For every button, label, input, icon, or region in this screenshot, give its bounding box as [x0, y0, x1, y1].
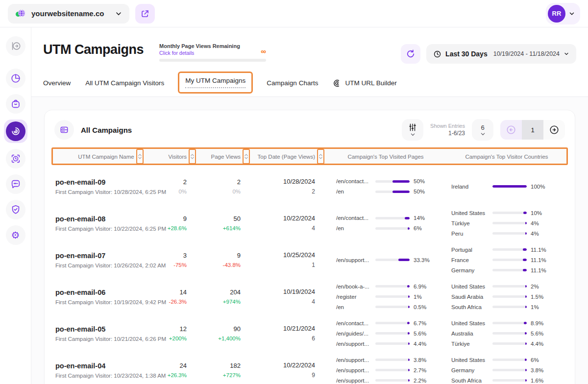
tab-overview[interactable]: Overview: [43, 73, 71, 95]
table-row[interactable]: po-en-email-05 First Campaign Visitor: 1…: [51, 315, 568, 352]
progress-bar: [375, 217, 410, 219]
stat-bar-row: Germany 3.8%: [451, 367, 568, 373]
page-views-value: 182: [195, 362, 241, 369]
column-header-visitors[interactable]: Visitors: [169, 149, 196, 164]
stat-percentage: 100%: [531, 184, 552, 190]
top-pages-cell: /en/support... 33.3%: [323, 257, 445, 263]
stat-label: South Africa: [451, 304, 489, 310]
progress-bar: [492, 306, 527, 308]
progress-bar-fill: [407, 322, 410, 324]
table-row[interactable]: po-en-email-09 First Campaign Visitor: 1…: [51, 168, 568, 205]
progress-bar-fill: [408, 295, 410, 298]
stat-label: /en/contact...: [336, 178, 371, 184]
sidebar-item-dashboard[interactable]: [6, 69, 25, 88]
quota-label: Monthly Page Views Remaining: [159, 43, 261, 49]
page-views-cell: 204 +974%: [195, 288, 248, 305]
stat-percentage: 14%: [414, 215, 435, 221]
page-views-change: +974%: [195, 299, 241, 305]
stat-percentage: 0.5%: [414, 304, 435, 310]
stat-label: /en/support...: [336, 357, 371, 363]
page-views-cell: 50 +614%: [195, 215, 248, 231]
avatar: RR: [548, 5, 565, 23]
progress-bar-fill: [408, 379, 410, 382]
table-row[interactable]: po-en-email-07 First Campaign Visitor: 1…: [51, 241, 568, 278]
stat-percentage: 3.8%: [414, 357, 435, 363]
page-views-cell: 182 +727%: [195, 362, 248, 378]
site-selector[interactable]: yourwebsitename.co: [8, 4, 129, 24]
sidebar-item-chat[interactable]: [6, 174, 25, 194]
sidebar-item-security[interactable]: [6, 200, 25, 219]
user-menu[interactable]: RR: [546, 3, 580, 24]
stat-label: United States: [451, 284, 489, 289]
page-views-change: -43.8%: [195, 262, 241, 268]
next-page-button[interactable]: [543, 120, 565, 140]
sidebar-item-sessions[interactable]: [6, 149, 25, 168]
chat-bubble-icon: [10, 179, 21, 190]
first-campaign-visitor: First Campaign Visitor: 10/28/2024, 6:25…: [55, 189, 167, 195]
stat-label: /en: [336, 304, 371, 310]
top-date-value: 10/19/2024: [248, 288, 315, 295]
tab-my-utm-campaigns[interactable]: My UTM Campaigns: [185, 77, 245, 88]
visitors-change: +28.6%: [167, 225, 187, 231]
stat-percentage: 8.9%: [531, 320, 552, 326]
tab-campaign-charts[interactable]: Campaign Charts: [267, 73, 318, 95]
sidebar-item-store[interactable]: [6, 94, 25, 114]
chevron-down-icon: [568, 10, 575, 17]
first-campaign-visitor: First Campaign Visitor: 10/21/2024, 6:26…: [55, 336, 167, 342]
stat-bar-row: Türkiye 4.4%: [451, 341, 568, 347]
stat-bar-row: /en/support... 3.8%: [336, 357, 445, 363]
progress-bar-fill: [525, 369, 527, 371]
top-date-value: 10/28/2024: [248, 178, 315, 185]
column-header-top-visited-pages: Campaign's Top Visited Pages: [324, 154, 447, 160]
sidebar-item-utm-campaigns[interactable]: [4, 120, 27, 143]
column-header-page-views[interactable]: Page Views: [196, 149, 250, 164]
sort-icon[interactable]: [317, 149, 324, 164]
progress-bar: [492, 269, 527, 271]
table-body: po-en-email-09 First Campaign Visitor: 1…: [45, 165, 575, 384]
sidebar-item-settings[interactable]: ⚙: [6, 225, 25, 245]
quota-details-link[interactable]: Click for details: [159, 50, 261, 56]
column-header-top-date[interactable]: Top Date (Page Views): [250, 149, 324, 164]
progress-bar-fill: [392, 180, 410, 183]
stat-percentage: 50%: [414, 178, 435, 184]
progress-bar-fill: [525, 222, 527, 224]
top-countries-cell: Ireland 100%: [445, 184, 568, 190]
previous-page-button[interactable]: [500, 120, 522, 140]
sidebar-collapse-button[interactable]: [6, 36, 25, 56]
progress-bar: [492, 185, 527, 188]
table-row[interactable]: po-en-email-08 First Campaign Visitor: 1…: [51, 205, 568, 241]
per-page-select[interactable]: 6: [472, 119, 493, 141]
quota-progress-bar: [159, 59, 266, 62]
first-campaign-visitor: First Campaign Visitor: 10/19/2024, 9:42…: [55, 299, 167, 305]
top-countries-cell: United States 6% Germany 3.8% South Afri…: [445, 357, 568, 384]
current-page-number[interactable]: 1: [522, 120, 543, 140]
date-range-picker[interactable]: Last 30 Days 10/19/2024 - 11/18/2024: [426, 44, 576, 64]
top-countries-cell: United States 8.9% Australia 5.6% Türkiy…: [445, 320, 568, 347]
visitors-value: 2: [167, 178, 187, 186]
pagination: 1: [500, 120, 565, 140]
page-title: UTM Campaigns: [43, 42, 144, 57]
stat-label: /en: [336, 225, 371, 231]
filter-columns-button[interactable]: [402, 119, 423, 141]
sort-icon[interactable]: [243, 149, 250, 164]
sort-icon[interactable]: [136, 149, 144, 164]
card-title: All Campaigns: [81, 126, 132, 134]
stat-label: Ireland: [451, 184, 489, 190]
stat-percentage: 4.4%: [414, 341, 435, 347]
first-campaign-visitor: First Campaign Visitor: 10/23/2024, 1:38…: [55, 373, 167, 379]
column-header-utm-campaign-name[interactable]: UTM Campaign Name: [53, 149, 169, 164]
table-row[interactable]: po-en-email-06 First Campaign Visitor: 1…: [51, 278, 568, 315]
refresh-button[interactable]: [401, 44, 420, 64]
top-pages-cell: /en/contact... 14% /en 6%: [323, 215, 445, 231]
sort-icon[interactable]: [189, 149, 196, 164]
open-site-button[interactable]: [135, 4, 155, 24]
table-row[interactable]: po-en-email-04 First Campaign Visitor: 1…: [51, 352, 568, 384]
stat-bar-row: Türkiye 4%: [451, 220, 568, 226]
progress-bar: [375, 332, 410, 335]
tab-utm-url-builder[interactable]: UTM URL Builder: [333, 73, 396, 96]
tab-all-utm-campaign-visitors[interactable]: All UTM Campaign Visitors: [85, 73, 164, 95]
page-views-cell: 90 +1,400%: [195, 325, 248, 341]
progress-bar: [375, 359, 410, 361]
top-pages-cell: /en/book-a-... 6.9% /register 1% /en 0.5…: [323, 284, 445, 310]
campaign-name: po-en-email-09: [55, 178, 167, 186]
